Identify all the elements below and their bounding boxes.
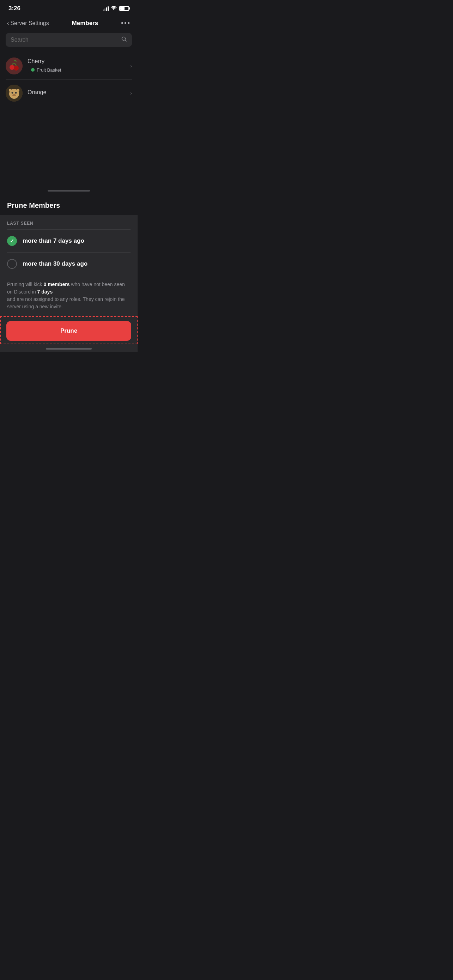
status-bar: 3:26 [0,0,138,15]
days-count: 7 days [37,289,53,294]
radio-label-7days: more than 7 days ago [22,237,84,245]
status-time: 3:26 [8,5,21,12]
svg-point-9 [12,94,16,96]
empty-space [0,107,138,184]
member-count: 0 members [43,282,70,287]
back-label: Server Settings [10,20,49,27]
search-bar[interactable] [6,33,132,47]
home-indicator-area [0,184,138,194]
chevron-left-icon: ‹ [7,20,9,27]
wifi-icon [111,6,117,12]
role-name: Fruit Basket [37,67,61,73]
member-name: Cherry [27,58,130,65]
nav-bar: ‹ Server Settings Members ••• [0,15,138,32]
radio-label-30days: more than 30 days ago [22,260,87,267]
svg-point-8 [15,92,17,94]
radio-button-30days[interactable] [7,259,17,269]
svg-point-7 [12,92,13,94]
prune-description: Pruning will kick 0 members who have not… [0,275,138,316]
member-info: Orange [27,89,130,97]
bottom-indicator [46,348,92,350]
prune-button-wrap: Prune [0,316,138,344]
svg-line-1 [125,40,127,41]
role-badge: Fruit Basket [27,66,65,74]
prune-header: Prune Members [0,194,138,215]
avatar [6,85,22,102]
radio-option-30days[interactable]: more than 30 days ago [0,253,138,275]
avatar [6,57,22,75]
svg-point-3 [10,65,14,70]
bottom-home [0,344,138,352]
radio-button-7days[interactable]: ✓ [7,236,17,246]
member-item[interactable]: Cherry Fruit Basket › [6,52,132,80]
back-button[interactable]: ‹ Server Settings [7,20,49,27]
chevron-right-icon: › [130,63,132,69]
search-input[interactable] [11,37,121,43]
chevron-right-icon: › [130,90,132,96]
more-button[interactable]: ••• [121,19,130,27]
status-icons [103,6,129,12]
member-list: Cherry Fruit Basket › Orange [0,52,138,107]
svg-point-11 [17,89,19,92]
search-icon [121,37,127,43]
home-indicator [48,190,90,192]
battery-icon [119,6,129,11]
prune-sheet: Prune Members LAST SEEN ✓ more than 7 da… [0,194,138,352]
role-color-dot [31,68,35,72]
radio-option-7days[interactable]: ✓ more than 7 days ago [0,230,138,252]
checkmark-icon: ✓ [10,238,14,244]
svg-point-10 [9,89,12,92]
signal-icon [103,6,109,11]
prune-section: LAST SEEN ✓ more than 7 days ago more th… [0,215,138,316]
svg-point-4 [14,65,19,70]
member-info: Cherry Fruit Basket [27,58,130,74]
page-title: Members [72,20,99,27]
member-item[interactable]: Orange › [6,80,132,107]
member-name: Orange [27,89,130,95]
svg-point-2 [6,57,22,75]
section-label: LAST SEEN [0,215,138,229]
prune-button[interactable]: Prune [6,321,131,341]
